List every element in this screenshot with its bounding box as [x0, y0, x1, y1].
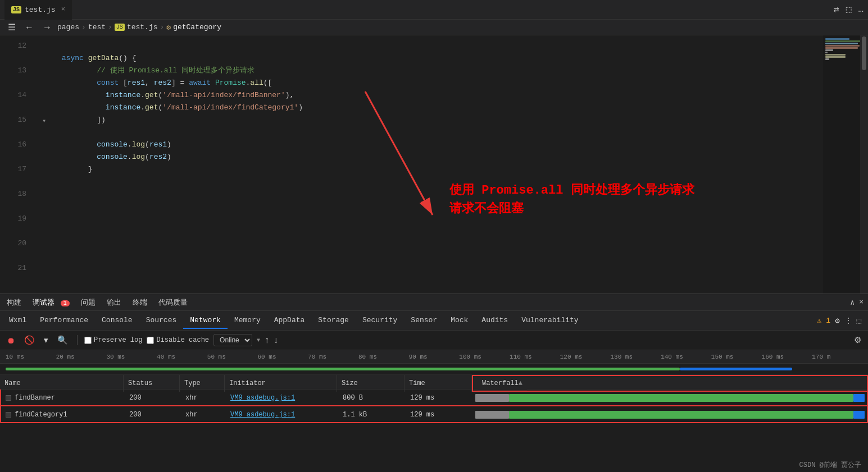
ruler-130ms: 130 ms: [610, 354, 661, 360]
network-settings-button[interactable]: ⚙: [852, 334, 864, 346]
split-editor-icon[interactable]: ⇄: [834, 4, 839, 15]
cell-size-findcategory: 1.1 kB: [338, 411, 406, 419]
ruler-40ms: 40 ms: [157, 354, 207, 360]
cell-type-findcategory: xhr: [181, 411, 226, 419]
warning-count: 1: [826, 317, 830, 325]
throttle-select[interactable]: Online: [213, 334, 252, 346]
undock-icon[interactable]: ⬚: [857, 316, 861, 326]
editor-tab[interactable]: JS test.js ×: [4, 0, 72, 20]
breadcrumb-forward-button[interactable]: →: [39, 21, 55, 34]
col-size[interactable]: Size: [337, 375, 405, 392]
col-initiator[interactable]: Initiator: [225, 375, 337, 392]
tab-console[interactable]: Console: [95, 313, 139, 329]
wf-blue-1: [853, 394, 865, 402]
tab-storage[interactable]: Storage: [311, 313, 356, 329]
cell-type-findbanner: xhr: [181, 394, 226, 402]
code-line-12: async getData() {: [31, 40, 823, 52]
tab-wxml[interactable]: Wxml: [2, 313, 33, 329]
breadcrumb-pages[interactable]: pages: [57, 23, 79, 31]
timeline-blue-bar: [680, 368, 792, 370]
ruler-100ms: 100 ms: [459, 354, 510, 360]
topbar-output[interactable]: 输出: [104, 296, 124, 309]
more-actions-icon[interactable]: …: [858, 4, 864, 15]
cell-initiator-findbanner[interactable]: VM9 asdebug.js:1: [226, 394, 338, 402]
disable-cache-checkbox[interactable]: [147, 337, 154, 344]
tab-audits[interactable]: Audits: [475, 313, 515, 329]
import-har-button[interactable]: ↑: [265, 335, 269, 345]
cell-waterfall-findbanner: [473, 389, 867, 406]
tab-close-button[interactable]: ×: [61, 6, 65, 13]
tab-security[interactable]: Security: [356, 313, 404, 329]
topbar-build[interactable]: 构建: [4, 296, 24, 309]
close-panel-icon[interactable]: ×: [859, 298, 864, 306]
cell-initiator-findcategory[interactable]: VM9 asdebug.js:1: [226, 411, 338, 419]
breadcrumb-sep-3: ›: [160, 23, 164, 31]
disable-cache-label[interactable]: Disable cache: [147, 336, 209, 344]
separator-1: [77, 335, 78, 345]
ruler-150ms: 150 ms: [711, 354, 762, 360]
cell-name-findcategory: findCategory1: [1, 411, 125, 419]
col-type[interactable]: Type: [180, 375, 225, 392]
collapse-panel-icon[interactable]: ∧: [850, 298, 855, 307]
col-time[interactable]: Time: [405, 375, 472, 392]
topbar-codequality[interactable]: 代码质量: [156, 296, 190, 309]
network-row-findbanner[interactable]: findBanner 200 xhr VM9 asdebug.js:1 800 …: [0, 389, 868, 406]
tab-network[interactable]: Network: [183, 313, 228, 329]
topbar-terminal[interactable]: 终端: [130, 296, 149, 309]
record-button[interactable]: ⏺: [4, 334, 17, 346]
wf-green-1: [509, 394, 853, 402]
cell-time-findbanner: 129 ms: [406, 394, 473, 402]
network-toolbar: ⏺ 🚫 ▾ 🔍 Preserve log Disable cache Onlin…: [0, 331, 868, 350]
toggle-panel-icon[interactable]: ⬚: [846, 4, 852, 15]
network-table: Name Status Type Initiator Size Time Wat…: [0, 375, 868, 423]
network-row-findcategory[interactable]: findCategory1 200 xhr VM9 asdebug.js:1 1…: [0, 406, 868, 423]
col-name[interactable]: Name: [0, 375, 124, 392]
debug-badge: 1: [61, 300, 70, 306]
tab-sources[interactable]: Sources: [139, 313, 184, 329]
wf-blue-2: [853, 411, 865, 419]
more-icon[interactable]: ⋮: [844, 316, 852, 326]
tab-appdata[interactable]: AppData: [267, 313, 312, 329]
tab-mock[interactable]: Mock: [444, 313, 475, 329]
search-button[interactable]: 🔍: [55, 334, 70, 346]
ruler-120ms: 120 ms: [560, 354, 611, 360]
topbar-debugger[interactable]: 调试器 1: [30, 296, 72, 309]
title-bar-actions: ⇄ ⬚ …: [834, 4, 864, 15]
breadcrumb-sep-1: ›: [81, 23, 86, 31]
back-button[interactable]: ☰: [4, 21, 19, 34]
breadcrumb-testjs[interactable]: JS test.js: [115, 23, 158, 31]
clear-button[interactable]: 🚫: [22, 334, 37, 346]
topbar-issues[interactable]: 问题: [79, 296, 98, 309]
export-har-button[interactable]: ↓: [274, 335, 278, 345]
breadcrumb-getcategory[interactable]: ⚙ getCategory: [166, 23, 221, 32]
annotation-text: 使用 Promise.all 同时处理多个异步请求 请求不会阻塞: [449, 181, 694, 218]
filter-button[interactable]: ▾: [42, 334, 51, 346]
editor-scrollbar[interactable]: [860, 35, 868, 294]
network-table-header: Name Status Type Initiator Size Time Wat…: [0, 375, 868, 389]
preserve-log-label[interactable]: Preserve log: [84, 336, 142, 344]
ruler-10ms: 10 ms: [6, 354, 56, 360]
tab-sensor[interactable]: Sensor: [404, 313, 444, 329]
breadcrumb-back-button[interactable]: ←: [21, 21, 37, 34]
tab-performance[interactable]: Performance: [33, 313, 95, 329]
waterfall-bar-2: [475, 411, 865, 419]
tab-vulnerability[interactable]: Vulnerability: [515, 313, 585, 329]
breadcrumb-test[interactable]: test: [88, 23, 106, 31]
preserve-log-checkbox[interactable]: [84, 337, 92, 344]
ruler-80ms: 80 ms: [358, 354, 409, 360]
title-bar: JS test.js × ⇄ ⬚ …: [0, 0, 868, 20]
waterfall-sort-icon[interactable]: ▲: [519, 379, 522, 387]
wf-gray-2: [475, 411, 509, 419]
throttle-arrow: ▼: [257, 337, 260, 343]
settings-icon[interactable]: ⚙: [835, 316, 839, 326]
row-checkbox-2: [6, 412, 11, 418]
col-status[interactable]: Status: [124, 375, 180, 392]
timeline-green-bar: [6, 368, 680, 370]
line-numbers: 12 13 14 15 16 17 18 19 20 21: [0, 35, 31, 294]
scrollbar-thumb[interactable]: [862, 36, 866, 70]
warning-icon: ⚠: [817, 316, 821, 325]
tab-memory[interactable]: Memory: [228, 313, 267, 329]
footer-watermark: CSDN @前端 贾公子: [793, 458, 868, 472]
timeline-ruler: 10 ms 20 ms 30 ms 40 ms 50 ms 60 ms 70 m…: [0, 350, 868, 364]
tab-filename: test.js: [25, 6, 56, 14]
